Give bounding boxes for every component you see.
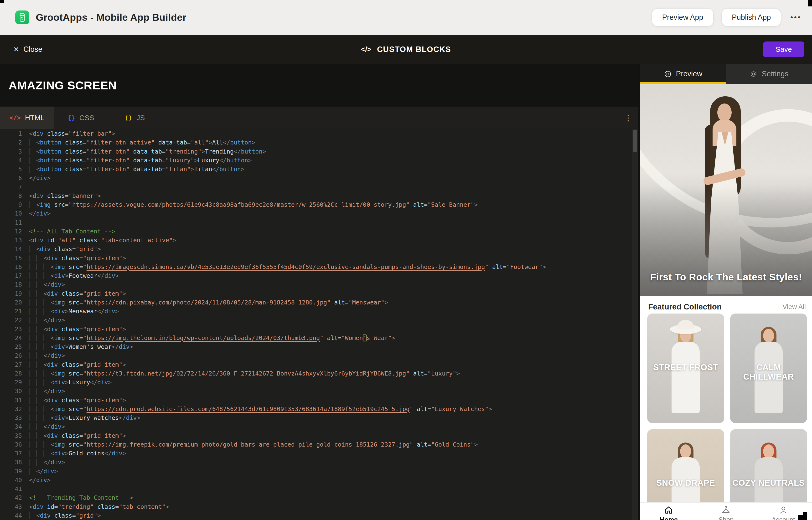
- scrollbar-thumb[interactable]: [633, 130, 637, 152]
- line-code: <img src="https://cdn.prod.website-files…: [29, 405, 492, 413]
- main-area: AMAZING SCREEN </>HTML{}CSS()JS⋮ 1<div c…: [0, 64, 812, 520]
- line-code: <div>Gold coins</div>: [29, 449, 126, 458]
- code-line-42[interactable]: 42<!-- Trending Tab Content -->: [0, 493, 638, 502]
- more-menu-icon[interactable]: •••: [790, 14, 802, 22]
- line-code: <div>Luxury watches</div>: [29, 413, 140, 422]
- preview-app-button[interactable]: Preview App: [652, 8, 713, 27]
- code-line-22[interactable]: 22 </div>: [0, 316, 638, 324]
- code-line-2[interactable]: 2 <button class="filter-btn active" data…: [0, 138, 638, 147]
- shop-icon: [721, 505, 731, 515]
- code-line-36[interactable]: 36 <img src="https://img.freepik.com/pre…: [0, 440, 638, 449]
- code-line-11[interactable]: 11: [0, 218, 638, 227]
- tab-label: CSS: [79, 114, 94, 122]
- featured-header: Featured Collection View All: [648, 302, 806, 311]
- code-line-41[interactable]: 41: [0, 485, 638, 493]
- save-button[interactable]: Save: [763, 42, 804, 57]
- line-number: 12: [0, 227, 29, 236]
- code-line-20[interactable]: 20 <img src="https://cdn.pixabay.com/pho…: [0, 298, 638, 307]
- code-line-4[interactable]: 4 <button class="filter-btn" data-tab="l…: [0, 156, 638, 165]
- css-tab-icon: {}: [68, 114, 75, 121]
- code-line-21[interactable]: 21 <div>Menswear</div>: [0, 307, 638, 316]
- code-line-13[interactable]: 13<div id="all" class="tab-content activ…: [0, 236, 638, 244]
- collection-card[interactable]: STREET FROST: [647, 314, 724, 423]
- panel-tab-settings[interactable]: Settings: [726, 64, 812, 84]
- line-number: 23: [0, 325, 29, 334]
- code-line-6[interactable]: 6</div>: [0, 174, 638, 182]
- code-line-3[interactable]: 3 <button class="filter-btn" data-tab="t…: [0, 147, 638, 156]
- code-line-44[interactable]: 44 <div class="grid">: [0, 511, 638, 520]
- code-line-32[interactable]: 32 <img src="https://cdn.prod.website-fi…: [0, 405, 638, 413]
- code-line-30[interactable]: 30 </div>: [0, 387, 638, 395]
- code-line-34[interactable]: 34 </div>: [0, 422, 638, 431]
- code-line-1[interactable]: 1<div class="filter-bar">: [0, 129, 638, 138]
- code-line-37[interactable]: 37 <div>Gold coins</div>: [0, 449, 638, 458]
- code-line-12[interactable]: 12<!-- All Tab Content -->: [0, 227, 638, 236]
- line-number: 38: [0, 458, 29, 467]
- code-line-17[interactable]: 17 <div>Footwear</div>: [0, 271, 638, 280]
- panel-tabs: PreviewSettings: [640, 64, 812, 84]
- line-number: 13: [0, 236, 29, 244]
- panel-tab-label: Preview: [676, 70, 702, 78]
- line-code: </div>: [29, 280, 65, 289]
- code-line-31[interactable]: 31 <div class="grid-item">: [0, 396, 638, 405]
- code-area[interactable]: 1<div class="filter-bar">2 <button class…: [0, 129, 638, 520]
- line-code: <div>Women's wear</div>: [29, 342, 133, 351]
- hero-banner[interactable]: First To Rock The Latest Styles!: [640, 84, 812, 296]
- custom-blocks-title: </> CUSTOM BLOCKS: [361, 45, 451, 54]
- code-line-19[interactable]: 19 <div class="grid-item">: [0, 289, 638, 298]
- code-line-28[interactable]: 28 <img src="https://t3.ftcdn.net/jpg/02…: [0, 369, 638, 378]
- nav-home[interactable]: Home: [640, 503, 697, 520]
- tab-label: JS: [136, 114, 145, 122]
- code-line-24[interactable]: 24 <img src="https://img.theloom.in/blog…: [0, 334, 638, 342]
- code-line-23[interactable]: 23 <div class="grid-item">: [0, 325, 638, 334]
- code-line-39[interactable]: 39 </div>: [0, 467, 638, 476]
- code-line-25[interactable]: 25 <div>Women's wear</div>: [0, 342, 638, 351]
- line-code: <div id="all" class="tab-content active"…: [29, 236, 176, 244]
- collection-card[interactable]: CALM CHILLWEAR: [730, 314, 807, 423]
- line-code: </div>: [29, 476, 51, 485]
- line-number: 29: [0, 378, 29, 387]
- line-number: 32: [0, 405, 29, 413]
- line-number: 20: [0, 298, 29, 307]
- code-line-38[interactable]: 38 </div>: [0, 458, 638, 467]
- code-line-14[interactable]: 14 <div class="grid">: [0, 244, 638, 254]
- js-tab-icon: (): [125, 114, 132, 121]
- code-line-5[interactable]: 5 <button class="filter-btn" data-tab="t…: [0, 165, 638, 174]
- view-all-link[interactable]: View All: [782, 303, 806, 311]
- home-icon: [664, 505, 674, 515]
- close-button[interactable]: ✕ Close: [14, 45, 43, 54]
- tab-js[interactable]: ()JS: [108, 107, 162, 129]
- code-line-10[interactable]: 10</div>: [0, 209, 638, 218]
- tab-html[interactable]: </>HTML: [0, 107, 54, 129]
- line-number: 5: [0, 165, 29, 174]
- line-number: 40: [0, 476, 29, 485]
- code-line-15[interactable]: 15 <div class="grid-item">: [0, 254, 638, 262]
- line-code: <!-- Trending Tab Content -->: [29, 493, 133, 502]
- code-line-43[interactable]: 43<div id="trending" class="tab-content"…: [0, 502, 638, 511]
- code-line-33[interactable]: 33 <div>Luxury watches</div>: [0, 413, 638, 422]
- line-number: 27: [0, 360, 29, 369]
- account-icon: [779, 505, 788, 515]
- code-line-27[interactable]: 27 <div class="grid-item">: [0, 360, 638, 369]
- editor-scrollbar[interactable]: [632, 129, 638, 520]
- line-code: <div class="grid">: [29, 244, 101, 254]
- line-number: 44: [0, 511, 29, 520]
- code-line-16[interactable]: 16 <img src="https://imagescdn.simons.ca…: [0, 262, 638, 271]
- kebab-menu-icon[interactable]: ⋮: [624, 113, 632, 123]
- code-line-29[interactable]: 29 <div>Luxury</div>: [0, 378, 638, 387]
- app-header: GrootApps - Mobile App Builder Preview A…: [0, 0, 812, 35]
- panel-tab-preview[interactable]: Preview: [640, 64, 726, 84]
- tab-css[interactable]: {}CSS: [54, 107, 108, 129]
- code-line-26[interactable]: 26 </div>: [0, 351, 638, 360]
- publish-app-button[interactable]: Publish App: [722, 8, 782, 27]
- code-line-9[interactable]: 9 <img src="https://assets.vogue.com/pho…: [0, 200, 638, 209]
- line-number: 24: [0, 334, 29, 342]
- line-number: 17: [0, 271, 29, 280]
- line-number: 6: [0, 174, 29, 182]
- nav-shop[interactable]: Shop: [697, 503, 755, 520]
- code-line-40[interactable]: 40</div>: [0, 476, 638, 485]
- code-line-18[interactable]: 18 </div>: [0, 280, 638, 289]
- code-line-35[interactable]: 35 <div class="grid-item">: [0, 431, 638, 440]
- code-line-7[interactable]: 7: [0, 183, 638, 191]
- code-line-8[interactable]: 8<div class="banner">: [0, 191, 638, 200]
